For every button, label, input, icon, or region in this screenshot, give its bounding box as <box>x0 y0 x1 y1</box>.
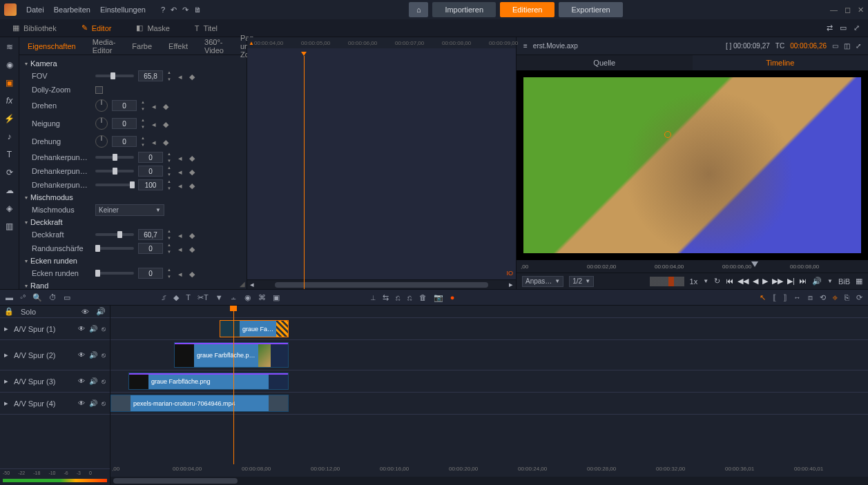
speaker-icon[interactable]: 🔊 <box>89 377 97 385</box>
tool-record-icon[interactable]: ● <box>450 293 455 302</box>
input-dapx[interactable] <box>138 152 163 163</box>
preview-layout-icon[interactable]: ▭ <box>832 42 838 50</box>
keyframe-add-icon[interactable]: ◆ <box>163 102 170 109</box>
speaker-icon[interactable]: 🔊 <box>89 325 97 333</box>
speaker-icon[interactable]: 🔊 <box>89 399 97 407</box>
collapse-icon[interactable]: ▸ <box>4 350 8 359</box>
undo-icon[interactable]: ↶ <box>171 6 177 14</box>
spinner-dapx[interactable]: ▲▼ <box>167 152 174 163</box>
spinner-dapz[interactable]: ▲▼ <box>167 179 174 190</box>
chevron-down-icon[interactable]: ▼ <box>827 278 833 284</box>
clip-1[interactable]: graue Fa… <box>220 320 289 337</box>
tool-mixer-icon[interactable]: ⎎ <box>162 293 166 302</box>
section-mischmodus[interactable]: Mischmodus <box>22 192 242 203</box>
track-lane-2[interactable]: graue Farbfläche.p… <box>110 340 868 370</box>
track-header-1[interactable]: ▸ A/V Spur (1) 👁🔊⎋ <box>0 318 110 340</box>
rail-bars-icon[interactable]: ▥ <box>4 221 15 232</box>
eye-icon[interactable]: 👁 <box>78 351 85 359</box>
step-fwd-icon[interactable]: ▶| <box>787 277 795 286</box>
eye-icon[interactable]: 👁 <box>78 325 85 333</box>
preview-menu-icon[interactable]: ≡ <box>523 42 528 50</box>
preview-tab-quelle[interactable]: Quelle <box>517 55 693 70</box>
input-fov[interactable] <box>138 70 163 81</box>
solo-label[interactable]: Solo <box>21 308 36 316</box>
spinner-neigung[interactable]: ▲▼ <box>141 118 148 129</box>
clip-4[interactable]: pexels-marian-croitoru-7064946.mp4 <box>110 395 289 412</box>
home-button[interactable]: ⌂ <box>409 2 428 17</box>
window-maximize-icon[interactable]: ◻ <box>845 6 851 14</box>
tool-razor-icon[interactable]: ⟂ <box>371 293 376 302</box>
spinner-drehen[interactable]: ▲▼ <box>141 100 148 111</box>
track-lane-3[interactable]: graue Farbfläche.png <box>110 370 868 393</box>
tool-marker2-icon[interactable]: ▼ <box>215 293 223 302</box>
keyframe-prev-icon[interactable]: ◂ <box>178 168 185 175</box>
collapse-icon[interactable]: ▸ <box>4 377 8 386</box>
spinner-dapy[interactable]: ▲▼ <box>167 166 174 177</box>
clip-2[interactable]: graue Farbfläche.p… <box>174 342 289 368</box>
tool-auto-icon[interactable]: ⟳ <box>856 293 862 302</box>
dial-drehen[interactable] <box>95 99 108 112</box>
keyframe-prev-icon[interactable]: ◂ <box>152 120 159 127</box>
layout-icon[interactable]: ▭ <box>840 23 847 32</box>
preview-playhead-icon[interactable] <box>751 261 758 267</box>
scroll-left-icon[interactable]: ◂ <box>250 280 254 289</box>
eye-icon[interactable]: 👁 <box>81 308 89 316</box>
tool-zoom-icon[interactable]: 🔍 <box>32 293 42 302</box>
input-drehen[interactable] <box>112 100 137 111</box>
timeline-tracks-area[interactable]: graue Fa… graue Farbfläche.p… graue Farb… <box>110 306 868 485</box>
rail-audio-icon[interactable]: ♪ <box>4 131 15 142</box>
tab-mask[interactable]: ◧ Maske <box>124 19 182 37</box>
rail-world-icon[interactable]: ◉ <box>4 59 15 70</box>
go-end-icon[interactable]: ⏭ <box>799 277 807 286</box>
menu-settings[interactable]: Einstellungen <box>100 6 146 14</box>
slider-fov[interactable] <box>95 75 134 77</box>
tool-ripple-icon[interactable]: ⟲ <box>820 293 826 302</box>
chevron-down-icon[interactable]: ▼ <box>703 278 708 284</box>
tool-mark-out-icon[interactable]: ⟧ <box>783 293 787 302</box>
sync-icon[interactable]: ⎋ <box>102 399 106 407</box>
rail-cloud-icon[interactable]: ☁ <box>4 185 15 196</box>
track-header-2[interactable]: ▸ A/V Spur (2) 👁🔊⎋ <box>0 340 110 370</box>
select-mischmodus[interactable]: Keiner ▼ <box>95 204 164 216</box>
tool-trimr-icon[interactable]: ⎌ <box>407 293 412 302</box>
tool-arrow-icon[interactable]: ↖ <box>760 293 766 302</box>
play-icon[interactable]: ▶ <box>762 277 768 286</box>
tool-layers-icon[interactable]: ▭ <box>64 293 70 302</box>
prop-tab-farbe[interactable]: Farbe <box>124 42 160 50</box>
tool-3d-icon[interactable]: ◉ <box>244 293 251 302</box>
preview-zoom-select[interactable]: 1/2▼ <box>569 276 594 287</box>
tool-snapshot-icon[interactable]: 📷 <box>434 293 443 302</box>
menu-edit[interactable]: Bearbeiten <box>54 6 90 14</box>
spinner-fov[interactable]: ▲▼ <box>167 70 174 81</box>
tab-library[interactable]: ▦ Bibliothek <box>0 19 69 37</box>
slider-randun[interactable] <box>95 247 134 250</box>
tab-editor[interactable]: ✎ Editor <box>69 19 124 37</box>
eye-icon[interactable]: 👁 <box>78 399 85 407</box>
keyframe-add-icon[interactable]: ◆ <box>189 154 196 161</box>
help-icon[interactable]: ? <box>161 6 165 14</box>
input-dapz[interactable] <box>138 179 163 190</box>
loop-icon[interactable]: ↻ <box>714 277 720 286</box>
preview-ruler[interactable]: ,00 00:00:02,00 00:00:04,00 00:00:06,00 … <box>517 260 868 273</box>
slider-ecken[interactable] <box>95 272 134 275</box>
tool-link-icon[interactable]: ⌘ <box>258 293 266 302</box>
slider-dapz[interactable] <box>95 184 134 186</box>
rail-transitions-icon[interactable]: ≋ <box>4 41 15 52</box>
tool-reverse-icon[interactable]: ⇆ <box>383 293 389 302</box>
scroll-right-icon[interactable]: ▸ <box>509 280 513 289</box>
input-drehung[interactable] <box>112 136 137 147</box>
keyframe-add-icon[interactable]: ◆ <box>189 270 196 277</box>
keyframe-prev-icon[interactable]: ◂ <box>178 154 185 161</box>
tool-group-icon[interactable]: ▣ <box>273 293 280 302</box>
track-header-3[interactable]: ▸ A/V Spur (3) 👁🔊⎋ <box>0 370 110 393</box>
tool-delete-icon[interactable]: 🗑 <box>419 293 427 302</box>
slider-dapx[interactable] <box>95 156 134 159</box>
tool-trans-icon[interactable]: ⫠ <box>230 293 238 302</box>
keyframe-prev-icon[interactable]: ◂ <box>178 72 185 79</box>
keyframe-add-icon[interactable]: ◆ <box>189 181 196 188</box>
tool-insert-icon[interactable]: ⎆ <box>833 293 838 302</box>
keyframe-playhead[interactable] <box>304 56 305 289</box>
tool-keyframe-icon[interactable]: ◆ <box>173 293 179 302</box>
volume-icon[interactable]: 🔊 <box>812 277 822 286</box>
keyframe-scrollbar[interactable]: ◂ ▸ <box>247 279 516 289</box>
